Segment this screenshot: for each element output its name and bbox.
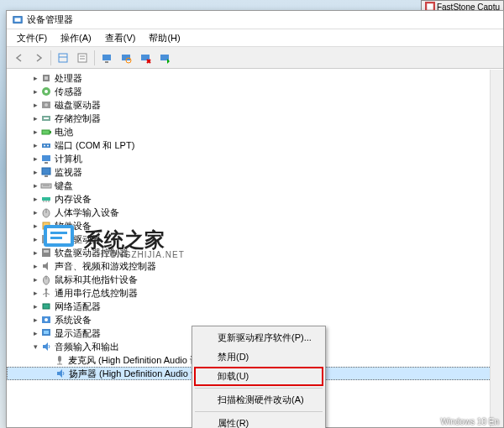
toolbar-scan-button[interactable] xyxy=(117,49,135,67)
svg-rect-27 xyxy=(42,144,50,148)
menu-view[interactable]: 查看(V) xyxy=(98,30,143,46)
node-label: 监视器 xyxy=(55,166,82,179)
tree-node-mouse[interactable]: ▸鼠标和其他指针设备 xyxy=(7,273,503,286)
svg-rect-18 xyxy=(45,76,48,80)
node-label: 音频输入和输出 xyxy=(55,341,119,353)
expand-icon[interactable]: ▸ xyxy=(30,195,40,203)
titlebar: 设备管理器 xyxy=(7,11,503,29)
node-label: 通用串行总线控制器 xyxy=(55,287,138,300)
expand-icon[interactable]: ▸ xyxy=(30,114,40,123)
tree-node-audio[interactable]: ▸声音、视频和游戏控制器 xyxy=(7,259,503,273)
node-label: 磁盘驱动器 xyxy=(55,99,101,112)
expand-icon[interactable]: ▸ xyxy=(30,262,40,270)
expand-icon[interactable]: ▸ xyxy=(30,128,40,136)
tree-node-memory[interactable]: ▸内存设备 xyxy=(7,192,503,206)
hid-icon xyxy=(40,206,52,218)
expand-icon[interactable]: ▸ xyxy=(30,74,40,82)
svg-rect-33 xyxy=(45,175,48,177)
context-menu-item[interactable]: 卸载(U) xyxy=(194,367,323,386)
expand-icon[interactable]: ▸ xyxy=(30,87,40,96)
svg-rect-26 xyxy=(50,131,51,133)
expand-icon[interactable]: ▸ xyxy=(30,316,40,324)
tree-node-port[interactable]: ▸端口 (COM 和 LPT) xyxy=(7,138,503,152)
toolbar-update-button[interactable] xyxy=(155,49,174,67)
svg-point-22 xyxy=(45,103,48,107)
menu-action[interactable]: 操作(A) xyxy=(54,30,98,46)
tree-node-keyboard[interactable]: ▸键盘 xyxy=(7,179,503,192)
toolbar-show-hidden-button[interactable] xyxy=(54,49,72,67)
expand-icon[interactable]: ▸ xyxy=(30,248,40,257)
tree-node-floppyctl[interactable]: ▸软盘驱动器控制器 xyxy=(7,246,503,259)
context-menu-item[interactable]: 扫描检测硬件改动(A) xyxy=(194,390,323,410)
expand-icon[interactable]: ▸ xyxy=(30,222,40,230)
tree-node-network[interactable]: ▸网络适配器 xyxy=(7,300,503,313)
node-label: 传感器 xyxy=(55,86,82,98)
svg-rect-3 xyxy=(15,18,21,21)
tree-node-battery[interactable]: ▸电池 xyxy=(7,125,503,138)
expand-icon[interactable]: ▸ xyxy=(30,302,40,311)
tree-node-disk[interactable]: ▸磁盘驱动器 xyxy=(7,98,503,112)
svg-rect-1 xyxy=(427,3,433,10)
port-icon xyxy=(40,139,52,151)
tree-node-computer[interactable]: ▸计算机 xyxy=(7,152,503,165)
expand-icon[interactable]: ▸ xyxy=(30,275,40,284)
tree-node-storage[interactable]: ▸存储控制器 xyxy=(7,112,503,125)
svg-rect-46 xyxy=(44,250,49,253)
computer-icon xyxy=(101,52,113,64)
context-menu-item[interactable]: 属性(R) xyxy=(194,414,323,428)
node-label: 软件设备 xyxy=(55,220,92,232)
expand-icon[interactable]: ▸ xyxy=(30,208,40,217)
node-label: 系统设备 xyxy=(55,314,92,326)
tree-node-usb[interactable]: ▸通用串行总线控制器 xyxy=(7,286,503,300)
toolbar-properties-button[interactable] xyxy=(73,49,92,67)
mic-icon xyxy=(54,354,66,366)
expand-icon[interactable]: ▸ xyxy=(30,181,40,190)
toolbar-back-button[interactable] xyxy=(10,49,29,67)
audio-icon xyxy=(40,260,52,272)
expand-icon[interactable]: ▸ xyxy=(30,141,40,149)
node-label: 扬声器 (High Definition Audio 设备) xyxy=(69,368,213,380)
tree-node-system[interactable]: ▸系统设备 xyxy=(7,313,503,326)
expand-icon[interactable]: ▸ xyxy=(30,289,40,297)
expand-icon[interactable]: ▸ xyxy=(30,154,40,163)
toolbar-refresh-button[interactable] xyxy=(97,49,116,67)
properties-icon xyxy=(76,52,88,64)
svg-rect-6 xyxy=(78,54,87,62)
uninstall-icon xyxy=(139,52,151,64)
context-menu-item[interactable]: 更新驱动程序软件(P)... xyxy=(194,328,323,347)
scan-icon xyxy=(120,52,132,64)
expand-icon[interactable]: ▸ xyxy=(30,329,40,337)
svg-rect-32 xyxy=(42,168,50,175)
expand-icon[interactable]: ▸ xyxy=(30,235,40,243)
tree-node-sensor[interactable]: ▸传感器 xyxy=(7,85,503,98)
expand-icon[interactable]: ▸ xyxy=(30,101,40,109)
svg-rect-57 xyxy=(44,331,49,334)
svg-rect-42 xyxy=(43,222,50,229)
tree-node-floppy[interactable]: ▸软盘驱动器 xyxy=(7,232,503,246)
svg-rect-10 xyxy=(105,61,108,63)
tree-node-cpu[interactable]: ▸处理器 xyxy=(7,71,503,85)
node-label: 计算机 xyxy=(55,153,82,165)
toolbar-uninstall-button[interactable] xyxy=(136,49,155,67)
tree-node-hid[interactable]: ▸人体学输入设备 xyxy=(7,206,503,219)
node-label: 网络适配器 xyxy=(55,300,101,313)
scrollbar[interactable] xyxy=(490,70,503,427)
svg-rect-36 xyxy=(42,197,50,201)
window-icon xyxy=(12,14,24,26)
menu-help[interactable]: 帮助(H) xyxy=(142,30,186,46)
svg-rect-31 xyxy=(45,162,48,164)
context-menu-item[interactable]: 禁用(D) xyxy=(194,347,323,367)
svg-rect-53 xyxy=(43,304,50,309)
toolbar xyxy=(7,47,503,69)
tree-node-monitor[interactable]: ▸监视器 xyxy=(7,165,503,179)
toolbar-forward-button[interactable] xyxy=(29,49,48,67)
toolbar-separator xyxy=(94,50,95,65)
expand-icon[interactable]: ▾ xyxy=(30,342,40,351)
window-title: 设备管理器 xyxy=(27,13,73,26)
expand-icon[interactable]: ▸ xyxy=(30,168,40,176)
computer-icon xyxy=(40,153,52,164)
menu-file[interactable]: 文件(F) xyxy=(10,30,54,46)
battery-icon xyxy=(40,126,52,138)
svg-rect-44 xyxy=(45,235,48,238)
tree-node-software[interactable]: ▸软件设备 xyxy=(7,219,503,232)
